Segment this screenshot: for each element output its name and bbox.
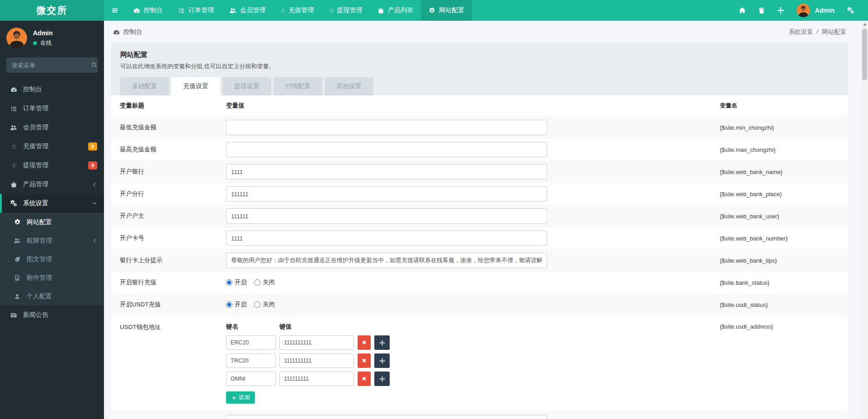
scroll-up-button[interactable] <box>861 21 868 28</box>
max-recharge-input[interactable] <box>226 142 547 157</box>
move-icon <box>379 358 385 364</box>
sidebar-item-orders[interactable]: 订单管理 <box>0 99 104 118</box>
page-title: 网站配置 <box>120 51 839 59</box>
tab-market[interactable]: 行情配置 <box>274 77 322 95</box>
table-row: 最高充值金额 {$site.max_chongzhi} <box>111 139 848 161</box>
gears-icon[interactable] <box>847 7 854 14</box>
config-panel: 网站配置 可以在此增改系统的变量和分组,也可以自定义分组和变量。 基础配置 充值… <box>111 43 848 419</box>
user-menu[interactable]: Admin <box>797 4 835 17</box>
nav-item-dashboard[interactable]: 控制台 <box>126 0 170 21</box>
bank-holder-input[interactable] <box>226 208 547 224</box>
file-image-icon <box>14 274 21 281</box>
breadcrumb-dashboard[interactable]: 控制台 <box>113 28 142 36</box>
move-row-button[interactable] <box>374 372 390 386</box>
kv-value-input[interactable] <box>279 335 354 350</box>
nav-item-products[interactable]: 产品列表 <box>370 0 421 21</box>
page-description: 可以在此增改系统的变量和分组,也可以自定义分组和变量。 <box>120 62 839 71</box>
bank-name-input[interactable] <box>226 164 547 179</box>
search-icon[interactable] <box>91 62 98 68</box>
search-input[interactable] <box>12 62 91 69</box>
sidebar-item-content[interactable]: 图文管理 <box>0 250 104 268</box>
bank-branch-input[interactable] <box>226 186 547 202</box>
trash-icon[interactable] <box>758 7 765 14</box>
sidebar-item-profile[interactable]: 个人配置 <box>0 287 104 306</box>
shopping-bag-icon <box>10 181 17 188</box>
nav-item-recharge[interactable]: ☝ 充值管理 <box>273 0 321 21</box>
main-nav: 控制台 订单管理 会员管理 ☝ 充值管理 ☟ 提现管理 产品列表 网站配置 <box>126 0 472 21</box>
sidebar-item-recharge[interactable]: ☝ 充值管理 0 <box>0 137 104 156</box>
close-icon: ✖ <box>362 339 366 346</box>
move-row-button[interactable] <box>374 335 390 350</box>
kv-key-input[interactable] <box>226 335 276 350</box>
hand-down-icon: ☟ <box>10 162 17 169</box>
avatar <box>797 4 810 17</box>
scrollbar-thumb[interactable] <box>862 28 867 80</box>
user-icon <box>14 293 21 300</box>
table-row: USDT汇率 {$site.usdt_cny_rate} <box>111 412 848 419</box>
nav-item-withdraw[interactable]: ☟ 提现管理 <box>321 0 370 21</box>
breadcrumb-parent[interactable]: 系统设置 <box>788 28 813 36</box>
move-row-button[interactable] <box>374 353 390 368</box>
gauge-icon <box>133 7 140 14</box>
sidebar-user-name: Admin <box>33 29 53 37</box>
tab-recharge[interactable]: 充值设置 <box>171 77 220 95</box>
sidebar-item-dashboard[interactable]: 控制台 <box>0 80 104 99</box>
nav-item-orders[interactable]: 订单管理 <box>170 0 222 21</box>
sidebar-item-products[interactable]: 产品管理 <box>0 175 104 194</box>
delete-row-button[interactable]: ✖ <box>358 335 371 350</box>
user-name: Admin <box>815 7 835 14</box>
table-row: USDT钱包地址 键名 键值 ✖ <box>111 316 848 412</box>
delete-row-button[interactable]: ✖ <box>358 353 371 368</box>
sidebar-item-members[interactable]: 会员管理 <box>0 118 104 137</box>
tab-other[interactable]: 其他设置 <box>325 77 373 95</box>
delete-row-button[interactable]: ✖ <box>358 372 371 386</box>
hand-up-icon: ☝ <box>281 7 285 14</box>
brand-logo[interactable]: 微交所 <box>0 0 104 21</box>
nav-item-members[interactable]: 会员管理 <box>222 0 273 21</box>
radio-option-on[interactable]: 开启 <box>226 301 247 309</box>
radio-option-on[interactable]: 开启 <box>226 278 247 287</box>
sidebar-item-permissions[interactable]: 权限管理 <box>0 231 104 250</box>
kv-row: ✖ <box>226 335 709 350</box>
sidebar-item-withdraw[interactable]: ☟ 提现管理 0 <box>0 156 104 175</box>
sidebar-item-system-settings[interactable]: 系统设置 <box>0 194 104 213</box>
sidebar-user-panel: Admin 在线 <box>0 21 104 54</box>
gears-icon <box>10 200 17 207</box>
kv-value-input[interactable] <box>279 353 354 368</box>
radio-option-off[interactable]: 关闭 <box>254 278 275 287</box>
kv-value-input[interactable] <box>279 372 354 386</box>
move-icon <box>379 376 385 382</box>
tab-basic[interactable]: 基础配置 <box>120 77 169 95</box>
kv-key-header: 键名 <box>226 323 279 331</box>
gear-icon <box>429 7 435 14</box>
kv-value-header: 键值 <box>279 323 292 331</box>
sidebar-item-news[interactable]: 新闻公告 <box>0 306 104 325</box>
top-navbar: 微交所 控制台 订单管理 会员管理 ☝ 充值管理 ☟ 提现管理 产品列表 <box>0 0 868 21</box>
radio-option-off[interactable]: 关闭 <box>254 301 275 309</box>
fullscreen-icon[interactable] <box>777 7 784 14</box>
kv-key-input[interactable] <box>226 372 276 386</box>
list-icon <box>178 7 185 14</box>
table-row: 开启银行充值 开启 关闭 {$site.bank_status} <box>111 272 848 294</box>
kv-key-input[interactable] <box>226 353 276 368</box>
sidebar-item-attachments[interactable]: 附件管理 <box>0 268 104 287</box>
tab-withdraw[interactable]: 提现设置 <box>222 77 271 95</box>
min-recharge-input[interactable] <box>226 120 547 135</box>
sidebar-toggle-button[interactable] <box>104 0 126 21</box>
chevron-left-icon <box>92 182 97 187</box>
online-status-dot <box>33 41 37 45</box>
bank-card-number-input[interactable] <box>226 231 547 246</box>
usdt-rate-input[interactable] <box>226 415 547 419</box>
append-row-button[interactable]: ＋ 追加 <box>226 391 255 404</box>
withdraw-count-badge: 0 <box>88 161 97 169</box>
bank-tips-input[interactable] <box>226 253 547 268</box>
home-icon[interactable] <box>739 7 746 14</box>
sidebar-menu: 控制台 订单管理 会员管理 ☝ 充值管理 0 ☟ 提现管理 0 产品管理 系统设… <box>0 80 104 213</box>
nav-item-site-config[interactable]: 网站配置 <box>421 0 472 21</box>
chevron-left-icon <box>92 238 97 243</box>
gear-icon <box>14 219 21 226</box>
users-icon <box>10 124 17 131</box>
sidebar-item-site-config[interactable]: 网站配置 <box>0 213 104 231</box>
kv-row: ✖ <box>226 353 709 368</box>
table-row: 开启USDT充值 开启 关闭 {$site.usdt_status} <box>111 294 848 316</box>
